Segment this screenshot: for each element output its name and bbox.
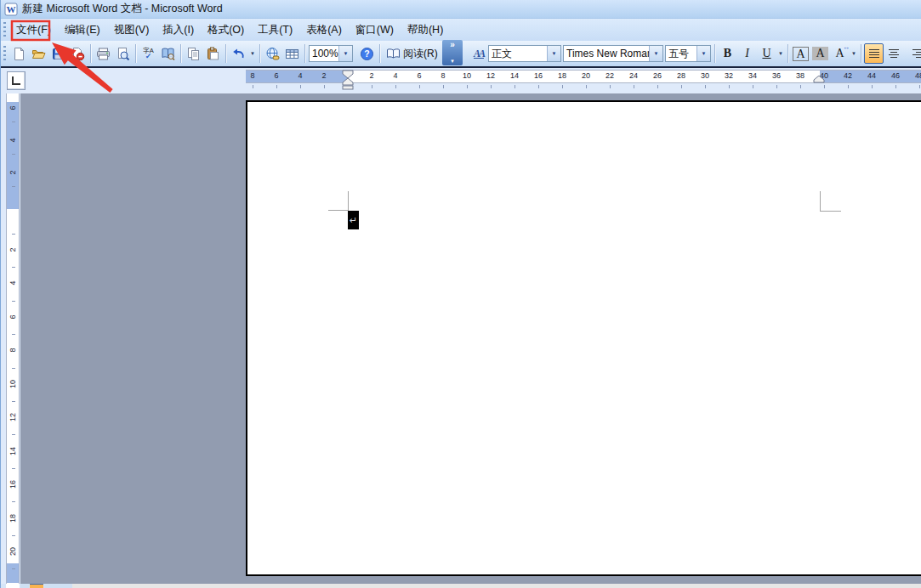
hruler-tick	[443, 85, 444, 88]
active-view-button[interactable]	[30, 584, 43, 588]
svg-text:W: W	[7, 4, 16, 14]
zoom-combobox[interactable]: 100% ▼	[309, 45, 353, 62]
toolbar-separator	[259, 44, 260, 63]
vruler-tick	[12, 334, 15, 335]
research-button[interactable]	[158, 43, 178, 64]
word-application-window: W 新建 Microsoft Word 文档 - Microsoft Word …	[0, 0, 921, 588]
help-button[interactable]: ?	[357, 43, 377, 64]
spelling-grammar-icon: 字A ✓	[143, 48, 154, 60]
toolbar-separator	[787, 44, 788, 63]
align-justify-button[interactable]	[864, 43, 884, 64]
font-combobox[interactable]: Times New Roman ▼	[563, 45, 663, 62]
hruler-tick	[872, 85, 873, 88]
hruler-tick	[562, 85, 563, 88]
paste-button[interactable]	[203, 43, 223, 64]
text-boundary-mark	[820, 191, 821, 212]
toolbar-options-button[interactable]: » ▼	[442, 40, 463, 65]
right-indent-marker[interactable]	[813, 76, 825, 83]
vruler-number: 14	[9, 444, 17, 458]
menu-item-table[interactable]: 表格(A)	[299, 20, 349, 41]
view-buttons[interactable]	[44, 584, 72, 588]
horizontal-scrollbar-track[interactable]	[72, 584, 921, 588]
zoom-dropdown-caret-icon[interactable]: ▼	[338, 46, 352, 61]
reading-layout-button[interactable]: 阅读(R)	[383, 43, 441, 64]
formatting-toolbar: AA 正文 ▼ Times New Roman ▼ 五号 ▼ B I U ▼ A	[464, 41, 921, 66]
underline-button[interactable]: U	[757, 43, 776, 64]
undo-dropdown-caret-icon[interactable]: ▼	[248, 51, 257, 56]
open-button[interactable]	[29, 43, 48, 64]
menu-item-tools[interactable]: 工具(T)	[251, 20, 299, 41]
vruler-tick	[12, 267, 15, 268]
standard-toolbar-grip-handle[interactable]	[3, 46, 6, 61]
tab-selector-button[interactable]	[7, 71, 26, 90]
font-value: Times New Roman	[564, 48, 649, 59]
permission-icon	[71, 47, 85, 61]
font-size-combobox[interactable]: 五号 ▼	[665, 45, 711, 62]
new-document-button[interactable]	[9, 43, 29, 64]
hruler-number: 42	[840, 71, 856, 80]
hruler-tick	[800, 85, 801, 88]
vertical-ruler[interactable]: 6422468101214161820	[6, 93, 20, 584]
hruler-tick	[753, 85, 753, 88]
permission-button[interactable]	[68, 43, 88, 64]
hruler-number: 8	[245, 71, 260, 80]
hruler-tick	[491, 85, 492, 88]
font-size-dropdown-caret-icon[interactable]: ▼	[696, 46, 710, 61]
undo-button[interactable]	[229, 43, 248, 64]
font-dropdown-caret-icon[interactable]: ▼	[649, 46, 662, 61]
styles-and-formatting-button[interactable]: AA	[470, 43, 487, 64]
bold-button[interactable]: B	[718, 43, 737, 64]
print-preview-icon	[116, 47, 130, 61]
spelling-grammar-button[interactable]: 字A ✓	[139, 43, 158, 64]
character-shading-button[interactable]: A	[810, 43, 830, 64]
hruler-tick	[253, 85, 253, 88]
menu-item-window[interactable]: 窗口(W)	[349, 20, 401, 41]
character-scaling-caret-icon[interactable]: ▼	[850, 51, 858, 56]
toolbar-row: 字A ✓	[1, 41, 921, 68]
style-dropdown-caret-icon[interactable]: ▼	[547, 46, 560, 61]
toolbar-separator	[379, 44, 380, 63]
ruler-footer	[6, 584, 20, 588]
character-border-button[interactable]: A	[791, 43, 810, 64]
menu-item-view[interactable]: 视图(V)	[107, 20, 156, 41]
left-indent-markers[interactable]	[341, 70, 356, 90]
vertical-ruler-bottom-margin	[7, 563, 19, 583]
vruler-tick	[12, 434, 15, 435]
vruler-number: 4	[9, 276, 17, 290]
menu-item-help[interactable]: 帮助(H)	[401, 20, 450, 41]
view-button[interactable]	[20, 584, 29, 588]
save-button[interactable]	[48, 43, 68, 64]
vruler-tick	[12, 535, 15, 536]
insert-table-button[interactable]	[282, 43, 302, 64]
document-page[interactable]	[246, 100, 921, 576]
vruler-tick	[12, 234, 15, 235]
hruler-tick	[467, 85, 468, 88]
italic-button[interactable]: I	[737, 43, 757, 64]
menu-item-edit[interactable]: 编辑(E)	[58, 20, 107, 41]
menu-item-file[interactable]: 文件(F)	[9, 20, 58, 41]
vruler-number: 20	[9, 545, 17, 558]
print-button[interactable]	[94, 43, 113, 64]
hyperlink-globe-icon	[265, 47, 280, 61]
vruler-tick	[12, 368, 15, 369]
align-center-button[interactable]	[884, 43, 903, 64]
hruler-tick	[515, 85, 515, 88]
menu-bar-grip-handle[interactable]	[3, 22, 6, 37]
word-app-icon: W	[4, 3, 18, 16]
hruler-tick	[372, 85, 372, 88]
print-preview-button[interactable]	[113, 43, 133, 64]
new-document-icon	[12, 47, 26, 61]
toolbar-separator	[90, 44, 91, 63]
horizontal-scrollbar-strip[interactable]	[1, 584, 921, 588]
menu-item-format[interactable]: 格式(O)	[201, 20, 251, 41]
tab-stop-icon	[12, 76, 20, 85]
menu-item-insert[interactable]: 插入(I)	[156, 20, 201, 41]
insert-hyperlink-button[interactable]	[263, 43, 282, 64]
character-shading-icon: A	[812, 47, 827, 60]
character-scaling-button[interactable]: A ↔	[830, 43, 850, 64]
underline-dropdown-caret-icon[interactable]: ▼	[776, 51, 785, 56]
text-boundary-mark	[348, 191, 349, 211]
style-combobox[interactable]: 正文 ▼	[488, 45, 561, 62]
align-right-button[interactable]	[903, 43, 921, 64]
copy-button[interactable]	[184, 43, 203, 64]
